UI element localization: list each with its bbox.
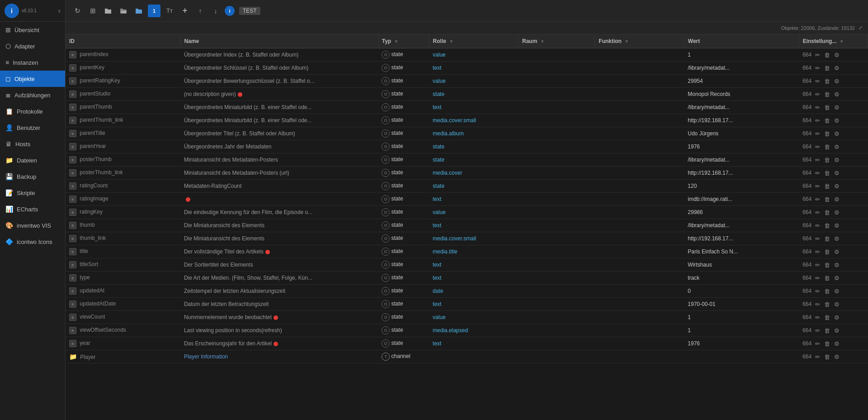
settings-button[interactable]: ⚙ bbox=[833, 156, 841, 164]
edit-button[interactable]: ✏ bbox=[814, 51, 821, 59]
settings-button[interactable]: ⚙ bbox=[833, 261, 841, 269]
settings-button[interactable]: ⚙ bbox=[833, 51, 841, 59]
sidebar-item-hosts[interactable]: 🖥 Hosts bbox=[0, 136, 65, 152]
folder-add-button[interactable] bbox=[132, 5, 145, 17]
edit-button[interactable]: ✏ bbox=[814, 104, 821, 111]
settings-button[interactable]: ⚙ bbox=[833, 117, 841, 124]
edit-button[interactable]: ✏ bbox=[814, 301, 821, 308]
edit-button[interactable]: ✏ bbox=[814, 274, 821, 282]
collapse-button[interactable]: ‹ bbox=[58, 7, 61, 15]
edit-button[interactable]: ✏ bbox=[814, 261, 821, 269]
delete-button[interactable]: 🗑 bbox=[823, 91, 831, 98]
sidebar-item-instanzen[interactable]: ≡ Instanzen bbox=[0, 54, 65, 71]
settings-button[interactable]: ⚙ bbox=[833, 287, 841, 295]
delete-button[interactable]: 🗑 bbox=[823, 64, 831, 72]
delete-button[interactable]: 🗑 bbox=[823, 248, 831, 256]
edit-button[interactable]: ✏ bbox=[814, 209, 821, 216]
settings-button[interactable]: ⚙ bbox=[833, 182, 841, 190]
delete-button[interactable]: 🗑 bbox=[823, 104, 831, 111]
edit-button[interactable]: ✏ bbox=[814, 340, 821, 348]
settings-button[interactable]: ⚙ bbox=[833, 353, 841, 361]
settings-button[interactable]: ⚙ bbox=[833, 64, 841, 72]
edit-button[interactable]: ✏ bbox=[814, 314, 821, 321]
col-funktion[interactable]: Funktion ▼ bbox=[595, 34, 684, 48]
edit-button[interactable]: ✏ bbox=[814, 169, 821, 177]
edit-button[interactable]: ✏ bbox=[814, 117, 821, 124]
download-button[interactable]: ↓ bbox=[209, 5, 222, 17]
edit-button[interactable]: ✏ bbox=[814, 353, 821, 361]
folder-open-button[interactable] bbox=[117, 5, 130, 17]
delete-button[interactable]: 🗑 bbox=[823, 327, 831, 334]
settings-button[interactable]: ⚙ bbox=[833, 340, 841, 348]
edit-button[interactable]: ✏ bbox=[814, 196, 821, 203]
sidebar-item-protokolle[interactable]: 📋 Protokolle bbox=[0, 103, 65, 119]
settings-button[interactable]: ⚙ bbox=[833, 130, 841, 138]
settings-button[interactable]: ⚙ bbox=[833, 314, 841, 321]
sidebar-item-echarts[interactable]: 📊 ECharts bbox=[0, 201, 65, 217]
delete-button[interactable]: 🗑 bbox=[823, 169, 831, 177]
delete-button[interactable]: 🗑 bbox=[823, 261, 831, 269]
upload-button[interactable]: ↑ bbox=[194, 5, 207, 17]
add-button[interactable]: + bbox=[179, 5, 191, 17]
settings-button[interactable]: ⚙ bbox=[833, 274, 841, 282]
delete-button[interactable]: 🗑 bbox=[823, 182, 831, 190]
view-table-button[interactable]: ⊞ bbox=[86, 5, 99, 17]
edit-button[interactable]: ✏ bbox=[814, 222, 821, 229]
settings-button[interactable]: ⚙ bbox=[833, 196, 841, 203]
delete-button[interactable]: 🗑 bbox=[823, 51, 831, 59]
col-einstellung[interactable]: Einstellung... ▼ bbox=[799, 34, 868, 48]
settings-button[interactable]: ⚙ bbox=[833, 301, 841, 308]
sidebar-item-backup[interactable]: 💾 Backup bbox=[0, 168, 65, 185]
delete-button[interactable]: 🗑 bbox=[823, 314, 831, 321]
refresh-button[interactable]: ↻ bbox=[71, 5, 84, 17]
delete-button[interactable]: 🗑 bbox=[823, 340, 831, 348]
sidebar-item-skripte[interactable]: 📝 Skripte bbox=[0, 185, 65, 201]
sidebar-item-aufzahlungen[interactable]: ≣ Aufzählungen bbox=[0, 87, 65, 103]
edit-button[interactable]: ✏ bbox=[814, 182, 821, 190]
folder-new-button[interactable] bbox=[102, 5, 114, 17]
settings-button[interactable]: ⚙ bbox=[833, 248, 841, 256]
sidebar-item-icontwo-icons[interactable]: 🔷 icontwo Icons bbox=[0, 234, 65, 250]
settings-button[interactable]: ⚙ bbox=[833, 209, 841, 216]
edit-button[interactable]: ✏ bbox=[814, 77, 821, 85]
edit-button[interactable]: ✏ bbox=[814, 130, 821, 138]
edit-button[interactable]: ✏ bbox=[814, 287, 821, 295]
settings-button[interactable]: ⚙ bbox=[833, 327, 841, 334]
delete-button[interactable]: 🗑 bbox=[823, 143, 831, 151]
badge-button[interactable]: 1 bbox=[148, 5, 160, 17]
settings-button[interactable]: ⚙ bbox=[833, 222, 841, 229]
sidebar-item-inventwo-vis[interactable]: 🎨 inventwo VIS bbox=[0, 217, 65, 234]
delete-button[interactable]: 🗑 bbox=[823, 117, 831, 124]
edit-button[interactable]: ✏ bbox=[814, 248, 821, 256]
delete-button[interactable]: 🗑 bbox=[823, 196, 831, 203]
col-typ[interactable]: Typ ▼ bbox=[378, 34, 429, 48]
expand-icon[interactable]: ⤢ bbox=[859, 25, 863, 31]
sidebar-item-objekte[interactable]: ◻ Objekte bbox=[0, 71, 65, 87]
delete-button[interactable]: 🗑 bbox=[823, 353, 831, 361]
edit-button[interactable]: ✏ bbox=[814, 91, 821, 98]
delete-button[interactable]: 🗑 bbox=[823, 77, 831, 85]
delete-button[interactable]: 🗑 bbox=[823, 274, 831, 282]
format-button[interactable]: Tт bbox=[163, 5, 176, 17]
delete-button[interactable]: 🗑 bbox=[823, 130, 831, 138]
sidebar-item-benutzer[interactable]: 👤 Benutzer bbox=[0, 119, 65, 136]
col-raum[interactable]: Raum ▼ bbox=[519, 34, 595, 48]
sidebar-item-dateien[interactable]: 📁 Dateien bbox=[0, 152, 65, 168]
delete-button[interactable]: 🗑 bbox=[823, 209, 831, 216]
delete-button[interactable]: 🗑 bbox=[823, 235, 831, 243]
edit-button[interactable]: ✏ bbox=[814, 327, 821, 334]
sidebar-item-adapter[interactable]: ⬡ Adapter bbox=[0, 38, 65, 54]
table-container[interactable]: ID Name Typ ▼ Rolle ▼ Raum ▼ Funktion ▼ … bbox=[66, 34, 868, 420]
edit-button[interactable]: ✏ bbox=[814, 235, 821, 243]
settings-button[interactable]: ⚙ bbox=[833, 235, 841, 243]
settings-button[interactable]: ⚙ bbox=[833, 104, 841, 111]
col-rolle[interactable]: Rolle ▼ bbox=[429, 34, 518, 48]
sidebar-item-ubersicht[interactable]: ⊞ Übersicht bbox=[0, 22, 65, 38]
edit-button[interactable]: ✏ bbox=[814, 64, 821, 72]
settings-button[interactable]: ⚙ bbox=[833, 77, 841, 85]
settings-button[interactable]: ⚙ bbox=[833, 91, 841, 98]
settings-button[interactable]: ⚙ bbox=[833, 143, 841, 151]
delete-button[interactable]: 🗑 bbox=[823, 301, 831, 308]
delete-button[interactable]: 🗑 bbox=[823, 222, 831, 229]
delete-button[interactable]: 🗑 bbox=[823, 287, 831, 295]
